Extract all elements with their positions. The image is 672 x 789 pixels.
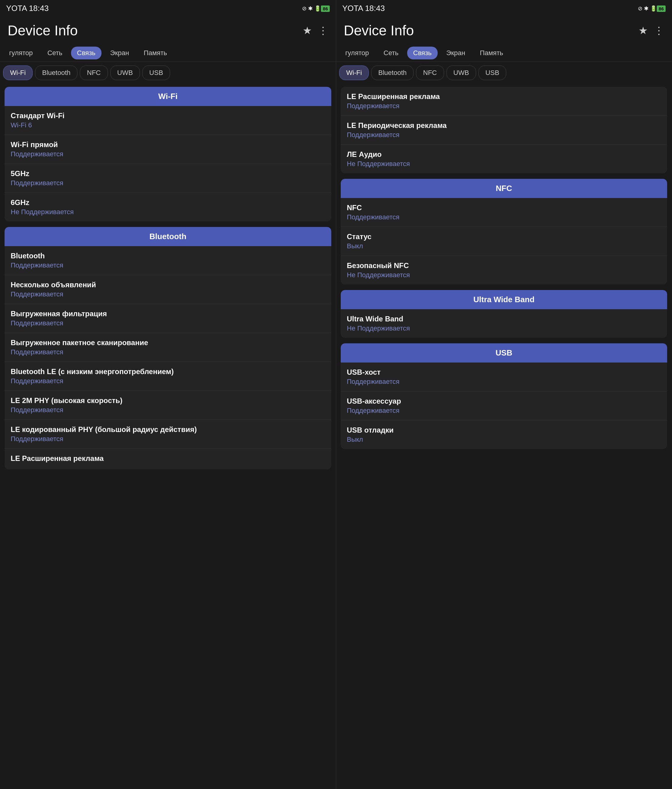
nfc-section-header: NFC	[341, 179, 667, 198]
subtab-usb-left[interactable]: USB	[142, 65, 170, 80]
bt-main-item: Bluetooth Поддерживается	[5, 246, 331, 275]
bt-le-audio-value: Не Поддерживается	[347, 160, 661, 168]
nfc-secure-item: Безопасный NFC Не Поддерживается	[341, 256, 667, 284]
signal-icons-right: ⊘ ✱ 🔋86	[638, 5, 666, 12]
status-time-left: YOTA 18:43	[6, 4, 49, 13]
tab-screen-right[interactable]: Экран	[440, 46, 471, 59]
tab-gulator-left[interactable]: гулятор	[3, 46, 39, 59]
bt-le-audio-item: ЛЕ Аудио Не Поддерживается	[341, 145, 667, 173]
tab-svyaz-left[interactable]: Связь	[71, 46, 102, 59]
bt-main-value: Поддерживается	[11, 261, 325, 269]
nfc-section: NFC NFC Поддерживается Статус Выкл Безоп…	[341, 179, 667, 284]
usb-host-label: USB-хост	[347, 368, 661, 377]
subtab-wifi-left[interactable]: Wi-Fi	[3, 65, 33, 80]
bt-multi-adv-item: Несколько объявлений Поддерживается	[5, 275, 331, 304]
wifi-section-header-left: Wi-Fi	[5, 87, 331, 106]
wifi-section-left: Wi-Fi Стандарт Wi-Fi Wi-Fi 6 Wi-Fi прямо…	[5, 87, 331, 222]
bt-ext-adv-right-value: Поддерживается	[347, 102, 661, 110]
wifi-5ghz-value: Поддерживается	[11, 179, 325, 187]
star-button-right[interactable]: ★	[638, 24, 648, 37]
status-bar-right: YOTA 18:43 ⊘ ✱ 🔋86	[336, 0, 672, 17]
usb-debug-label: USB отладки	[347, 426, 661, 434]
nfc-secure-value: Не Поддерживается	[347, 271, 661, 279]
tab-svyaz-right[interactable]: Связь	[407, 46, 438, 59]
status-icons-left: ⊘ ✱ 🔋86	[302, 5, 330, 12]
subtab-bluetooth-left[interactable]: Bluetooth	[35, 65, 77, 80]
wifi-direct-item: Wi-Fi прямой Поддерживается	[5, 135, 331, 164]
bt-ext-adv-right-item: LE Расширенная реклама Поддерживается	[341, 87, 667, 116]
tab-memory-right[interactable]: Память	[474, 46, 509, 59]
wifi-6ghz-value: Не Поддерживается	[11, 208, 325, 216]
tab-gulator-right[interactable]: гулятор	[339, 46, 375, 59]
menu-button-right[interactable]: ⋮	[654, 24, 664, 37]
bt-multi-adv-value: Поддерживается	[11, 290, 325, 298]
uwb-main-label: Ultra Wide Band	[347, 315, 661, 323]
nfc-status-label: Статус	[347, 232, 661, 241]
subtab-wifi-right[interactable]: Wi-Fi	[339, 65, 369, 80]
wifi-5ghz-label: 5GHz	[11, 169, 325, 178]
wifi-6ghz-item: 6GHz Не Поддерживается	[5, 193, 331, 222]
uwb-main-item: Ultra Wide Band Не Поддерживается	[341, 309, 667, 338]
subtab-uwb-left[interactable]: UWB	[110, 65, 140, 80]
subtab-usb-right[interactable]: USB	[478, 65, 506, 80]
bt-le-ext-adv-item: LE Расширенная реклама	[5, 449, 331, 470]
bt-offload-scan-label: Выгруженное пакетное сканирование	[11, 339, 325, 347]
status-icons-right: ⊘ ✱ 🔋86	[638, 5, 666, 12]
usb-debug-item: USB отладки Выкл	[341, 420, 667, 449]
bt-le-item: Bluetooth LE (с низким энергопотребление…	[5, 362, 331, 391]
wifi-standard-item: Стандарт Wi-Fi Wi-Fi 6	[5, 106, 331, 135]
bt-offload-filter-item: Выгруженная фильтрация Поддерживается	[5, 304, 331, 333]
usb-accessory-item: USB-аксессуар Поддерживается	[341, 391, 667, 420]
bt-le-value: Поддерживается	[11, 377, 325, 385]
app-bar-right: Device Info ★ ⋮	[336, 17, 672, 44]
bt-le-audio-label: ЛЕ Аудио	[347, 150, 661, 159]
subtab-bluetooth-right[interactable]: Bluetooth	[371, 65, 414, 80]
usb-debug-value: Выкл	[347, 436, 661, 444]
app-title-left: Device Info	[8, 22, 78, 39]
battery-badge-right: 86	[657, 5, 666, 12]
wifi-5ghz-item: 5GHz Поддерживается	[5, 164, 331, 193]
usb-host-value: Поддерживается	[347, 378, 661, 386]
tab-screen-left[interactable]: Экран	[104, 46, 135, 59]
nfc-status-value: Выкл	[347, 242, 661, 250]
bt-multi-adv-label: Несколько объявлений	[11, 281, 325, 289]
phone-panel-left: YOTA 18:43 ⊘ ✱ 🔋86 Device Info ★ ⋮ гулят…	[0, 0, 336, 789]
uwb-section: Ultra Wide Band Ultra Wide Band Не Подде…	[341, 290, 667, 338]
tab-set-left[interactable]: Сеть	[42, 46, 69, 59]
phone-panel-right: YOTA 18:43 ⊘ ✱ 🔋86 Device Info ★ ⋮ гулят…	[336, 0, 672, 789]
star-button-left[interactable]: ★	[302, 24, 312, 37]
content-right: LE Расширенная реклама Поддерживается LE…	[336, 84, 672, 458]
content-left: Wi-Fi Стандарт Wi-Fi Wi-Fi 6 Wi-Fi прямо…	[0, 84, 336, 478]
subtab-uwb-right[interactable]: UWB	[446, 65, 476, 80]
bt-le-2m-value: Поддерживается	[11, 406, 325, 414]
subtab-nfc-right[interactable]: NFC	[416, 65, 444, 80]
usb-section: USB USB-хост Поддерживается USB-аксессуа…	[341, 343, 667, 449]
menu-button-left[interactable]: ⋮	[318, 24, 328, 37]
nfc-main-label: NFC	[347, 203, 661, 212]
bluetooth-section-left: Bluetooth Bluetooth Поддерживается Неско…	[5, 227, 331, 470]
nfc-status-item: Статус Выкл	[341, 227, 667, 256]
bt-le-coded-item: LE кодированный PHY (большой радиус дейс…	[5, 420, 331, 449]
wifi-direct-label: Wi-Fi прямой	[11, 141, 325, 149]
tab-memory-left[interactable]: Память	[138, 46, 173, 59]
sub-tabs-left: Wi-Fi Bluetooth NFC UWB USB	[0, 62, 336, 84]
bt-main-label: Bluetooth	[11, 252, 325, 260]
tab-set-right[interactable]: Сеть	[378, 46, 405, 59]
bt-periodic-adv-item: LE Периодическая реклама Поддерживается	[341, 116, 667, 145]
app-bar-icons-right: ★ ⋮	[638, 24, 664, 37]
usb-accessory-value: Поддерживается	[347, 407, 661, 415]
app-bar-left: Device Info ★ ⋮	[0, 17, 336, 44]
app-bar-icons-left: ★ ⋮	[302, 24, 328, 37]
bt-offload-scan-value: Поддерживается	[11, 348, 325, 356]
wifi-standard-label: Стандарт Wi-Fi	[11, 112, 325, 120]
signal-icons-left: ⊘ ✱ 🔋86	[302, 5, 330, 12]
bt-offload-scan-item: Выгруженное пакетное сканирование Поддер…	[5, 333, 331, 362]
uwb-section-header: Ultra Wide Band	[341, 290, 667, 309]
subtab-nfc-left[interactable]: NFC	[80, 65, 107, 80]
bt-le-2m-item: LE 2M PHY (высокая скорость) Поддерживае…	[5, 391, 331, 420]
app-title-right: Device Info	[344, 22, 414, 39]
wifi-direct-value: Поддерживается	[11, 150, 325, 158]
status-bar-left: YOTA 18:43 ⊘ ✱ 🔋86	[0, 0, 336, 17]
bt-le-2m-label: LE 2M PHY (высокая скорость)	[11, 396, 325, 405]
bluetooth-continued-section: LE Расширенная реклама Поддерживается LE…	[341, 87, 667, 173]
